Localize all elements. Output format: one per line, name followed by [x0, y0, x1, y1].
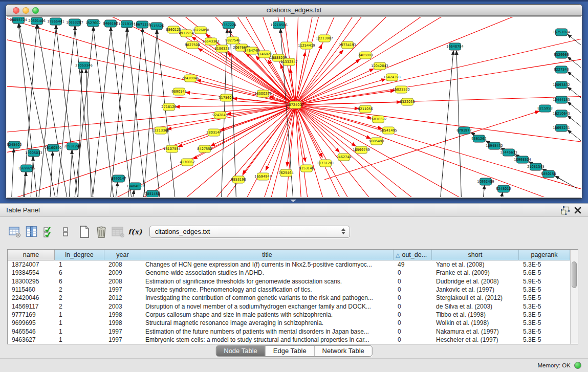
graph-node[interactable]: 8186328: [214, 45, 229, 52]
graph-node[interactable]: 16594947: [254, 173, 272, 180]
graph-node[interactable]: 10945432: [486, 142, 503, 149]
scrollbar-thumb[interactable]: [572, 261, 577, 288]
column-header-name[interactable]: name: [8, 250, 55, 260]
graph-node[interactable]: 9885493: [369, 138, 384, 145]
graph-node[interactable]: 18107554: [163, 145, 181, 152]
table-row[interactable]: 911546021997Tourette syndrome. Phenomeno…: [8, 286, 570, 294]
graph-node[interactable]: 19404050: [126, 183, 144, 190]
graph-node[interactable]: 9890145: [171, 88, 186, 95]
column-header-out_de[interactable]: △out_de...: [394, 250, 432, 260]
graph-node[interactable]: 9227343: [554, 66, 569, 73]
graph-node[interactable]: 19734193: [339, 41, 356, 49]
graph-node[interactable]: 8322033: [400, 98, 415, 105]
table-row[interactable]: 1938455462009Genome-wide association stu…: [8, 269, 570, 277]
graph-node[interactable]: 15693231: [553, 124, 570, 132]
graph-node[interactable]: 22420046: [182, 75, 199, 82]
delete-trash-icon[interactable]: [95, 225, 108, 238]
graph-node[interactable]: 8211056: [358, 105, 373, 113]
graph-node[interactable]: 9850154: [541, 170, 556, 178]
graph-node[interactable]: 20531240: [64, 143, 81, 150]
select-columns-icon[interactable]: [42, 225, 55, 238]
graph-node[interactable]: 15751074: [553, 29, 570, 36]
graph-node[interactable]: 16016597: [369, 116, 387, 123]
graph-node[interactable]: 18300295: [254, 90, 272, 97]
citation-network-graph[interactable]: 2405572420691406195654411065328715276028…: [7, 17, 581, 198]
graph-node[interactable]: 9245402: [7, 141, 22, 148]
table-row[interactable]: 1456911722003Disruption of a novel membe…: [8, 302, 570, 310]
graph-node[interactable]: 15823520: [393, 86, 410, 93]
graph-node[interactable]: 12213363: [152, 127, 169, 134]
graph-node[interactable]: 16210643: [553, 110, 570, 117]
table-row[interactable]: 977716911998Corpus callosum shape and si…: [8, 311, 570, 319]
graph-node[interactable]: 18541495: [380, 127, 397, 134]
memory-ok-indicator[interactable]: [574, 362, 581, 369]
graph-node[interactable]: 25160590: [45, 144, 62, 151]
graph-node[interactable]: 9329966: [554, 51, 569, 58]
graph-node[interactable]: 21051345: [527, 163, 545, 170]
table-row[interactable]: 946362711997Embryonic stem cells: a mode…: [8, 336, 570, 344]
graph-node[interactable]: 19218586: [270, 21, 288, 29]
window-minimize-button[interactable]: [23, 7, 29, 14]
tab-edge-table[interactable]: Edge Table: [266, 346, 315, 356]
graph-node[interactable]: 12213987: [316, 35, 333, 42]
graph-node[interactable]: 10653287: [66, 19, 83, 26]
graph-node[interactable]: 12042043: [371, 62, 388, 70]
graph-node[interactable]: 11254419: [298, 42, 315, 49]
graph-node[interactable]: 9361262: [471, 135, 486, 142]
graph-node[interactable]: 2718126: [161, 103, 176, 111]
table-selector-dropdown[interactable]: citations_edges.txt: [149, 226, 350, 238]
function-builder-icon[interactable]: f(x): [128, 228, 142, 236]
graph-node[interactable]: 7357224: [221, 21, 236, 29]
graph-node[interactable]: 15905013: [25, 149, 42, 157]
graph-node[interactable]: 18226058: [192, 27, 209, 34]
network-canvas[interactable]: 2405572420691406195654411065328715276028…: [7, 16, 581, 198]
column-header-in_degree[interactable]: in_degree: [55, 250, 104, 260]
table-row[interactable]: 946554611997Estimation of the future num…: [8, 327, 570, 335]
vertical-scrollbar[interactable]: [570, 250, 578, 344]
graph-node[interactable]: 11731201: [317, 160, 334, 167]
table-row[interactable]: 1830029562008Estimation of significance …: [8, 277, 570, 286]
graph-node[interactable]: 12444153: [553, 96, 570, 103]
table-row[interactable]: 2242004622012Investigating the contribut…: [8, 294, 570, 302]
graph-node[interactable]: 16543362: [202, 38, 220, 45]
float-window-icon[interactable]: [561, 206, 570, 215]
graph-node[interactable]: 10719155: [118, 20, 136, 28]
graph-node[interactable]: 10992459: [477, 178, 494, 185]
graph-node[interactable]: 4170067: [180, 159, 194, 166]
tab-network-table[interactable]: Network Table: [315, 346, 372, 356]
column-header-short[interactable]: short: [432, 250, 519, 260]
row-height-icon[interactable]: [59, 225, 72, 238]
graph-node[interactable]: 9245012: [496, 185, 511, 192]
column-header-year[interactable]: year: [104, 250, 141, 260]
graph-node[interactable]: 16648784: [446, 43, 464, 50]
column-header-title[interactable]: title: [141, 250, 394, 260]
graph-node[interactable]: 7515526: [149, 23, 164, 30]
graph-node[interactable]: 9827509: [185, 41, 200, 49]
graph-hub-node[interactable]: 18724007: [287, 101, 304, 108]
tab-node-table[interactable]: Node Table: [216, 346, 266, 356]
graph-node[interactable]: 6791977: [456, 127, 471, 134]
table-row[interactable]: 969969511998Structural magnetic resonanc…: [8, 319, 570, 327]
graph-node[interactable]: 21053346: [75, 62, 93, 69]
graph-node[interactable]: 11332547: [280, 58, 298, 65]
graph-node[interactable]: 8466160: [103, 20, 118, 27]
graph-node[interactable]: 1527602: [85, 19, 100, 27]
graph-node[interactable]: 10998524: [514, 156, 531, 163]
graph-node[interactable]: 20691406: [28, 17, 46, 25]
graph-node[interactable]: 3175608: [219, 94, 233, 101]
modify-table-icon[interactable]: [8, 225, 21, 238]
graph-node[interactable]: 2803144: [206, 129, 221, 136]
panel-splitter-handle[interactable]: [290, 200, 296, 202]
graph-node[interactable]: 9853198: [231, 176, 246, 183]
graph-node[interactable]: 14671355: [134, 21, 151, 28]
graph-node[interactable]: 8990147: [111, 175, 126, 182]
graph-node[interactable]: 7485083: [358, 52, 373, 59]
graph-node[interactable]: 15699295: [18, 165, 35, 172]
graph-node[interactable]: 12445673: [500, 149, 517, 156]
column-header-pagerank[interactable]: pagerank: [519, 250, 570, 260]
graph-node[interactable]: 16424393: [383, 74, 401, 81]
graph-node[interactable]: 9242848: [212, 112, 227, 119]
graph-node[interactable]: 10599759: [353, 146, 370, 154]
graph-node[interactable]: 9153149: [299, 165, 314, 172]
graph-node[interactable]: 19565441: [47, 18, 64, 25]
